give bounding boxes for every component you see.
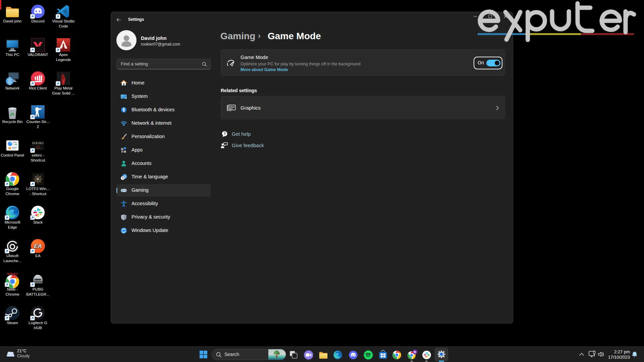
svg-text:SEKIRO: SEKIRO xyxy=(32,142,44,145)
svg-text:?: ? xyxy=(224,132,226,136)
svg-text:EA: EA xyxy=(34,243,42,249)
